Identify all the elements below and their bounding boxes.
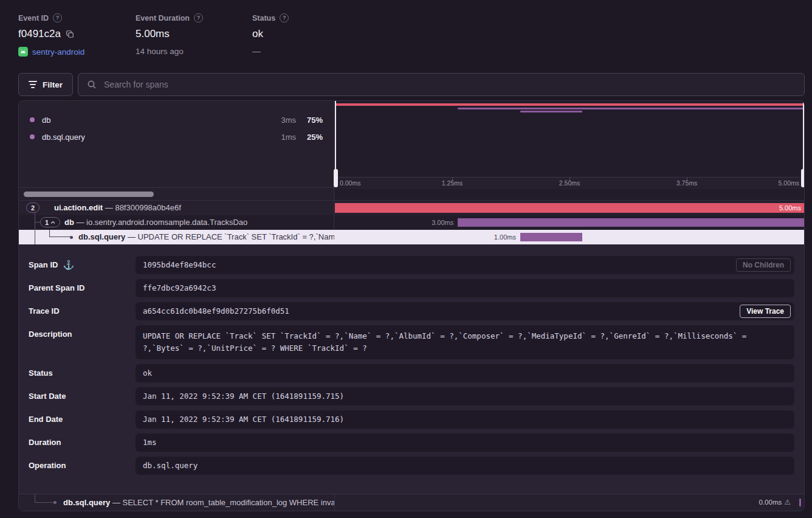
trace-id-value: a654cc61dc0b48ef9d0b27275b6f0d51 View Tr… bbox=[136, 302, 794, 320]
span-row-db-sql-query-selected[interactable]: db.sql.query — UPDATE OR REPLACE `Track`… bbox=[19, 230, 804, 244]
span-duration-bar[interactable] bbox=[520, 233, 582, 241]
event-age: 14 hours ago bbox=[136, 47, 184, 56]
project-link[interactable]: sentry-android bbox=[32, 47, 84, 57]
operation-value: db.sql.query bbox=[136, 457, 794, 475]
status-sub: — bbox=[252, 47, 261, 56]
timeline-minimap[interactable] bbox=[335, 101, 804, 177]
minimap-left-grip[interactable] bbox=[334, 169, 338, 187]
span-id-value: 1095bd4ef8e94bcc No Children bbox=[136, 256, 794, 274]
field-label: Span ID bbox=[29, 256, 58, 274]
axis-label: 0.00ms bbox=[340, 179, 360, 187]
event-duration-label: Event Duration bbox=[136, 14, 190, 22]
help-icon[interactable]: ? bbox=[53, 13, 62, 22]
span-description: — UPDATE OR REPLACE `Track` SET `TrackId… bbox=[125, 232, 334, 241]
span-row-db[interactable]: 1 db — io.sentry.android.roomsample.data… bbox=[19, 215, 804, 230]
detail-row-operation: Operation db.sql.query bbox=[19, 457, 804, 475]
tree-connector bbox=[35, 230, 35, 244]
timeline-minimap-area: 0.00ms 1.25ms 2.50ms 3.75ms 5.00ms bbox=[335, 101, 804, 200]
detail-row-trace-id: Trace ID a654cc61dc0b48ef9d0b27275b6f0d5… bbox=[19, 302, 804, 320]
span-op: db bbox=[64, 218, 74, 227]
event-id-block: Event ID ? f0491c2a sentry-android bbox=[18, 13, 136, 57]
op-breakdown-legend: db 3ms 75% db.sql.query 1ms 25% bbox=[19, 101, 334, 200]
legend-op-name: db.sql.query bbox=[42, 133, 85, 142]
span-description: — 88f300998a0b4e6f bbox=[103, 203, 181, 212]
start-date-value: Jan 11, 2022 9:52:39 AM CET (1641891159.… bbox=[136, 387, 794, 406]
legend-op-percent: 25% bbox=[296, 133, 323, 142]
span-detail-panel: Span ID⚓ 1095bd4ef8e94bcc No Children Pa… bbox=[19, 244, 804, 494]
legend-op-percent: 75% bbox=[296, 116, 323, 125]
tree-leaf-dot bbox=[70, 236, 73, 239]
minimap-right-grip[interactable] bbox=[801, 169, 805, 187]
status-block: Status ? ok — bbox=[252, 13, 289, 57]
event-id-label: Event ID bbox=[18, 14, 49, 22]
op-color-dot bbox=[30, 134, 35, 139]
trace-waterfall-panel: db 3ms 75% db.sql.query 1ms 25% bbox=[18, 100, 805, 511]
chevron-up-icon bbox=[50, 221, 55, 224]
event-duration-block: Event Duration ? 5.00ms 14 hours ago bbox=[136, 13, 252, 57]
waterfall-header: db 3ms 75% db.sql.query 1ms 25% bbox=[19, 101, 804, 201]
detail-row-end-date: End Date Jan 11, 2022 9:52:39 AM CET (16… bbox=[19, 410, 804, 429]
span-op: db.sql.query bbox=[63, 498, 110, 507]
minimap-left-handle[interactable] bbox=[335, 101, 336, 177]
minimap-bar bbox=[520, 111, 582, 112]
end-date-value: Jan 11, 2022 9:52:39 AM CET (1641891159.… bbox=[136, 410, 794, 429]
detail-row-status: Status ok bbox=[19, 364, 804, 382]
minimap-bar bbox=[458, 108, 804, 109]
span-children-toggle[interactable]: 2 bbox=[26, 202, 40, 213]
detail-row-parent-span-id: Parent Span ID ffe7dbc92a6942c3 bbox=[19, 279, 804, 297]
tree-connector bbox=[35, 502, 54, 503]
description-value: UPDATE OR REPLACE `Track` SET `TrackId` … bbox=[136, 325, 794, 359]
span-duration-label: 5.00ms bbox=[779, 201, 801, 215]
span-row-ui-action-edit[interactable]: 2 ui.action.edit — 88f300998a0b4e6f 5.00… bbox=[19, 201, 804, 215]
legend-item-db-sql-query[interactable]: db.sql.query 1ms 25% bbox=[19, 128, 334, 145]
view-trace-button[interactable]: View Trace bbox=[740, 305, 791, 318]
detail-row-duration: Duration 1ms bbox=[19, 433, 804, 452]
field-label: Trace ID bbox=[29, 302, 60, 320]
legend-op-duration: 3ms bbox=[270, 116, 296, 125]
legend-item-db[interactable]: db 3ms 75% bbox=[19, 111, 334, 128]
tree-leaf-dot bbox=[53, 501, 57, 504]
minimap-spacer bbox=[335, 189, 804, 200]
legend-op-duration: 1ms bbox=[270, 133, 296, 142]
axis-label: 3.75ms bbox=[676, 179, 697, 187]
event-id-value: f0491c2a bbox=[18, 28, 61, 40]
no-children-button[interactable]: No Children bbox=[736, 258, 791, 272]
field-label: Description bbox=[29, 325, 72, 344]
help-icon[interactable]: ? bbox=[194, 13, 203, 22]
detail-row-start-date: Start Date Jan 11, 2022 9:52:39 AM CET (… bbox=[19, 387, 804, 406]
field-label: Parent Span ID bbox=[29, 279, 84, 297]
field-label: Duration bbox=[29, 433, 61, 452]
status-value: ok bbox=[252, 28, 263, 40]
span-duration-label: 0.00ms bbox=[759, 499, 782, 506]
tree-connector bbox=[49, 237, 71, 237]
search-input[interactable] bbox=[103, 79, 796, 90]
detail-row-span-id: Span ID⚓ 1095bd4ef8e94bcc No Children bbox=[19, 256, 804, 274]
span-duration-bar[interactable] bbox=[335, 203, 804, 213]
minimap-bar bbox=[335, 103, 804, 106]
timeline-axis: 0.00ms 1.25ms 2.50ms 3.75ms 5.00ms bbox=[335, 177, 804, 189]
filter-button-label: Filter bbox=[43, 80, 63, 89]
duration-value: 1ms bbox=[136, 433, 794, 452]
span-row-db-sql-query-select[interactable]: db.sql.query — SELECT * FROM room_table_… bbox=[19, 494, 804, 511]
anchor-icon[interactable]: ⚓ bbox=[63, 256, 74, 274]
detail-row-description: Description UPDATE OR REPLACE `Track` SE… bbox=[19, 325, 804, 359]
minimap-right-handle[interactable] bbox=[803, 101, 804, 177]
toolbar: Filter bbox=[18, 73, 805, 96]
span-op: db.sql.query bbox=[78, 232, 125, 241]
axis-label: 5.00ms bbox=[779, 179, 799, 187]
span-op: ui.action.edit bbox=[54, 203, 103, 212]
scrollbar-thumb[interactable] bbox=[24, 192, 154, 197]
span-children-toggle[interactable]: 1 bbox=[40, 217, 60, 227]
parent-span-id-value: ffe7dbc92a6942c3 bbox=[136, 279, 794, 297]
filter-button[interactable]: Filter bbox=[18, 73, 73, 96]
copy-icon[interactable] bbox=[66, 30, 74, 38]
field-label: End Date bbox=[29, 410, 63, 429]
span-tick-bar bbox=[799, 499, 801, 506]
legend-op-name: db bbox=[42, 116, 50, 125]
help-icon[interactable]: ? bbox=[280, 13, 289, 22]
column-divider bbox=[334, 494, 335, 511]
op-color-dot bbox=[30, 117, 35, 122]
trace-view-page: Event ID ? f0491c2a sentry-android Event… bbox=[0, 0, 812, 518]
span-duration-bar[interactable] bbox=[458, 218, 804, 227]
search-icon bbox=[87, 80, 97, 89]
